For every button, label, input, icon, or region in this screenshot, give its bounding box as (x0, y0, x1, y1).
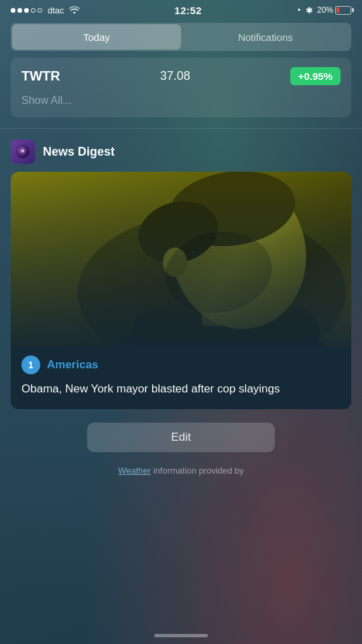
divider (0, 128, 362, 129)
news-digest-title: News Digest (43, 145, 115, 159)
tab-notifications[interactable]: Notifications (181, 24, 350, 50)
status-right: ‣ ✱ 20% (297, 5, 351, 15)
news-image-svg (11, 172, 351, 346)
news-content: 1 Americas Obama, New York mayor blasted… (11, 346, 351, 409)
news-image (11, 172, 351, 346)
carrier-name: dtac (48, 5, 64, 15)
tab-today[interactable]: Today (12, 24, 181, 50)
stocks-widget: TWTR 37.08 +0.95% Show All... (11, 58, 351, 117)
footer-weather-link[interactable]: Weather (118, 466, 151, 476)
edit-section: Edit (11, 423, 351, 452)
stock-row: TWTR 37.08 +0.95% (21, 67, 341, 85)
tab-bar: Today Notifications (11, 23, 351, 51)
signal-dot-3 (24, 8, 29, 13)
status-time: 12:52 (174, 5, 202, 16)
stock-change-badge: +0.95% (290, 67, 341, 85)
stock-ticker[interactable]: TWTR (21, 68, 60, 84)
battery-icon (335, 6, 351, 15)
signal-dot-1 (11, 8, 15, 13)
svg-rect-11 (11, 172, 351, 346)
battery-container: 20% (317, 5, 351, 15)
category-row: 1 Americas (21, 356, 341, 374)
news-headline[interactable]: Obama, New York mayor blasted after cop … (21, 381, 341, 397)
signal-dots (11, 8, 42, 13)
news-digest-header: News Digest (11, 140, 351, 164)
footer: Weather information provided by (0, 460, 362, 478)
status-bar: dtac 12:52 ‣ ✱ 20% (0, 0, 362, 19)
footer-provided-by: information provided by (154, 466, 244, 476)
status-left: dtac (11, 5, 80, 15)
signal-dot-4 (31, 8, 36, 13)
show-all-link[interactable]: Show All... (21, 93, 341, 108)
news-digest-icon (11, 140, 35, 164)
wifi-icon (69, 5, 80, 15)
location-icon: ‣ (297, 5, 302, 15)
signal-dot-5 (38, 8, 42, 13)
battery-percent: 20% (317, 5, 333, 15)
stock-price: 37.08 (160, 69, 190, 83)
category-number-badge: 1 (21, 356, 40, 374)
bluetooth-icon: ✱ (306, 5, 313, 15)
category-name: Americas (47, 358, 99, 372)
edit-button[interactable]: Edit (87, 423, 275, 452)
home-indicator (154, 634, 208, 637)
battery-fill (337, 7, 339, 13)
signal-dot-2 (17, 8, 22, 13)
news-card[interactable]: 1 Americas Obama, New York mayor blasted… (11, 172, 351, 409)
